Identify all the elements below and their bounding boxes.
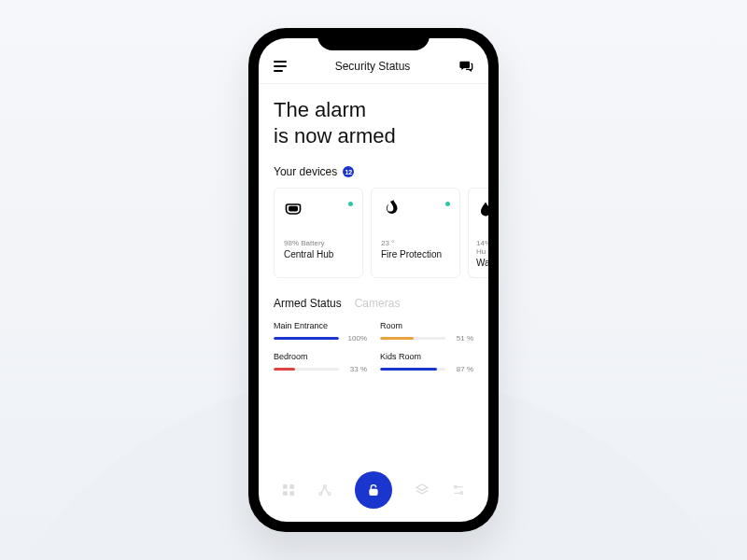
progress-fill	[274, 368, 295, 371]
room-pct: 87 %	[451, 365, 473, 373]
room-main-entrance[interactable]: Main Entrance 100%	[274, 321, 367, 343]
nav-settings-icon[interactable]	[451, 483, 466, 497]
tab-armed-status[interactable]: Armed Status	[274, 297, 342, 310]
hub-icon	[284, 198, 353, 220]
status-dot-icon	[348, 202, 353, 206]
devices-title-text: Your devices	[274, 165, 337, 178]
room-room[interactable]: Room 51 %	[380, 321, 473, 343]
status-dot-icon	[445, 202, 450, 206]
hero-line1: The alarm	[274, 97, 473, 123]
room-pct: 33 %	[345, 365, 367, 373]
phone-frame: Security Status The alarm is now armed Y…	[248, 28, 499, 532]
svg-rect-3	[283, 491, 288, 496]
chat-icon[interactable]	[458, 59, 473, 74]
svg-point-10	[460, 492, 463, 495]
svg-rect-4	[289, 491, 294, 496]
svg-rect-2	[289, 484, 294, 489]
device-sub: 14% Hu	[476, 239, 488, 256]
device-card-hub[interactable]: 98% Battery Central Hub	[274, 188, 363, 278]
svg-point-9	[455, 485, 458, 488]
progress-fill	[380, 368, 437, 371]
fire-icon	[381, 198, 450, 220]
device-name: Fire Protection	[381, 249, 450, 259]
room-label: Room	[380, 321, 473, 330]
room-pct: 100%	[345, 334, 367, 343]
bottom-nav	[259, 462, 488, 522]
progress-track	[380, 368, 445, 371]
hero-line2: is now armed	[274, 123, 473, 149]
device-sub: 98% Battery	[284, 239, 353, 247]
main-content: The alarm is now armed Your devices 12 9…	[259, 84, 488, 462]
svg-rect-1	[283, 484, 288, 489]
phone-notch	[317, 28, 430, 50]
nav-network-icon[interactable]	[317, 483, 332, 497]
nav-grid-icon[interactable]	[281, 483, 296, 497]
room-label: Kids Room	[380, 352, 473, 361]
header-title: Security Status	[335, 60, 411, 73]
progress-fill	[274, 337, 339, 340]
hero-heading: The alarm is now armed	[274, 97, 473, 148]
nav-lock-button[interactable]	[355, 471, 392, 509]
room-pct: 51 %	[451, 334, 473, 343]
svg-rect-0	[289, 207, 297, 211]
device-name: Water	[476, 258, 488, 268]
status-tabs: Armed Status Cameras	[274, 297, 473, 310]
progress-track	[380, 337, 445, 340]
rooms-grid: Main Entrance 100% Room 51 % Bedroom	[274, 321, 473, 373]
progress-track	[274, 368, 339, 371]
water-drop-icon	[476, 198, 488, 220]
device-card-water[interactable]: 14% Hu Water	[468, 188, 488, 278]
devices-count-badge: 12	[343, 166, 354, 177]
svg-rect-8	[370, 489, 377, 495]
nav-layers-icon[interactable]	[415, 483, 430, 497]
svg-point-6	[324, 485, 327, 488]
room-label: Main Entrance	[274, 321, 367, 330]
devices-section-title: Your devices 12	[274, 165, 473, 178]
room-bedroom[interactable]: Bedroom 33 %	[274, 352, 367, 373]
tab-cameras[interactable]: Cameras	[355, 297, 401, 310]
room-label: Bedroom	[274, 352, 367, 361]
menu-icon[interactable]	[274, 61, 287, 72]
device-sub: 23 °	[381, 239, 450, 247]
device-card-fire[interactable]: 23 ° Fire Protection	[371, 188, 460, 278]
progress-track	[274, 337, 339, 340]
devices-list[interactable]: 98% Battery Central Hub 23 ° Fire Protec…	[274, 188, 473, 278]
room-kids[interactable]: Kids Room 87 %	[380, 352, 473, 373]
app-screen: Security Status The alarm is now armed Y…	[259, 38, 488, 522]
device-name: Central Hub	[284, 249, 353, 259]
progress-fill	[380, 337, 414, 340]
